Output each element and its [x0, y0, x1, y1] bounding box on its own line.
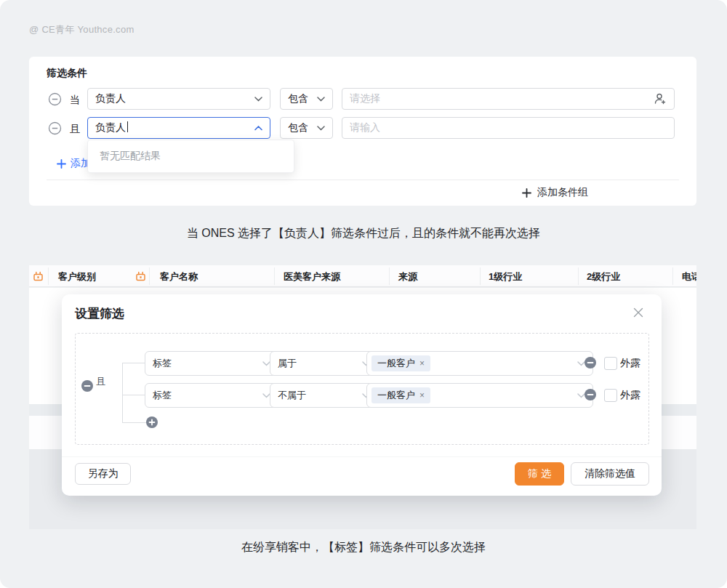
- column-header[interactable]: 客户级别: [58, 270, 96, 283]
- add-condition-group-button[interactable]: 添加条件组: [522, 186, 588, 199]
- column-header[interactable]: 1级行业: [489, 270, 522, 283]
- modal-title: 设置筛选: [75, 305, 124, 322]
- column-header[interactable]: 医美客户来源: [284, 270, 340, 283]
- value-select-input[interactable]: 请选择: [342, 88, 675, 110]
- ones-filter-panel: 筛选条件 当 负责人 包含 请选择 且 负责人 包含: [29, 57, 696, 206]
- table-header: 客户级别 客户名称 医美客户来源 来源 1级行业 2级行业 电话: [29, 265, 696, 287]
- expose-checkbox[interactable]: [604, 357, 617, 370]
- divider: [47, 180, 679, 180]
- field-select-value: 负责人: [95, 121, 128, 134]
- operator-select[interactable]: 不属于: [270, 383, 378, 408]
- condition-prefix: 且: [70, 123, 80, 136]
- value-select[interactable]: 一般客户×: [366, 383, 593, 408]
- save-as-button[interactable]: 另存为: [75, 463, 131, 485]
- filter-group-box: 且 标签 属于 一般客户× 外露 标签: [75, 333, 649, 445]
- column-header[interactable]: 2级行业: [587, 270, 620, 283]
- person-add-icon[interactable]: [654, 92, 667, 105]
- column-header[interactable]: 来源: [398, 270, 417, 283]
- minus-icon: [587, 391, 594, 398]
- value-tag: 一般客户×: [371, 355, 430, 371]
- logic-operator-label[interactable]: 且: [96, 375, 105, 388]
- caption-fxiaoke: 在纷享销客中，【标签】筛选条件可以多次选择: [0, 540, 727, 555]
- column-header[interactable]: 客户名称: [160, 270, 198, 283]
- operator-select[interactable]: 属于: [270, 351, 378, 376]
- panel-title: 筛选条件: [47, 67, 87, 80]
- column-header[interactable]: 电话: [682, 270, 696, 283]
- close-icon[interactable]: [630, 305, 646, 321]
- column-separator: [389, 267, 390, 285]
- column-separator: [578, 267, 579, 285]
- save-as-label: 另存为: [88, 467, 119, 480]
- operator-select-value: 不属于: [278, 389, 306, 402]
- minus-icon: [587, 359, 594, 366]
- chevron-up-icon: [254, 126, 262, 131]
- column-separator: [149, 267, 150, 285]
- filter-label: 筛 选: [528, 467, 551, 480]
- tag-remove-icon[interactable]: ×: [419, 358, 425, 368]
- operator-select-value: 包含: [288, 92, 308, 105]
- field-select-value: 标签: [153, 389, 172, 402]
- remove-row-button[interactable]: [585, 389, 596, 400]
- chevron-down-icon: [317, 126, 325, 131]
- column-separator: [274, 267, 275, 285]
- add-row-button[interactable]: [146, 416, 158, 428]
- condition-prefix: 当: [70, 94, 80, 107]
- minus-icon: [84, 382, 91, 390]
- lock-column-icon[interactable]: [135, 270, 146, 284]
- expose-label: 外露: [620, 389, 640, 402]
- column-separator: [672, 267, 673, 285]
- filter-button[interactable]: 筛 选: [515, 462, 564, 486]
- lock-column-icon[interactable]: [33, 270, 44, 284]
- minus-circle-icon: [48, 121, 62, 135]
- clear-filter-button[interactable]: 清除筛选值: [571, 462, 649, 486]
- tag-remove-icon[interactable]: ×: [419, 390, 425, 400]
- field-select-focused[interactable]: 负责人: [87, 117, 270, 139]
- select-dropdown-panel: 暂无匹配结果: [87, 140, 294, 173]
- field-select[interactable]: 标签: [145, 383, 278, 408]
- modal-footer-divider: [62, 456, 662, 457]
- tree-connector: [122, 363, 145, 363]
- value-text-input[interactable]: 请输入: [342, 117, 675, 139]
- field-select[interactable]: 负责人: [87, 88, 270, 110]
- remove-condition-icon[interactable]: [47, 121, 62, 135]
- operator-select[interactable]: 包含: [280, 117, 333, 139]
- column-separator: [480, 267, 481, 285]
- value-placeholder: 请输入: [350, 121, 380, 134]
- empty-result-text: 暂无匹配结果: [100, 150, 161, 163]
- value-placeholder: 请选择: [350, 92, 380, 105]
- minus-circle-icon: [48, 92, 62, 106]
- filter-settings-modal: 设置筛选 且 标签 属于 一般客户×: [62, 294, 662, 496]
- clear-filter-label: 清除筛选值: [585, 467, 635, 480]
- plus-icon: [57, 159, 66, 169]
- plus-icon: [522, 188, 531, 198]
- column-separator: [48, 267, 49, 285]
- operator-select-value: 包含: [288, 121, 308, 134]
- chevron-down-icon: [254, 97, 262, 102]
- watermark: @ CE青年 Youthce.com: [29, 23, 134, 36]
- field-select-value: 标签: [153, 357, 172, 370]
- add-condition-group-label: 添加条件组: [537, 186, 588, 199]
- remove-group-button[interactable]: [81, 380, 93, 392]
- remove-condition-icon[interactable]: [47, 92, 62, 106]
- text-caret: [127, 121, 128, 132]
- page: @ CE青年 Youthce.com 筛选条件 当 负责人 包含 请选择 且 负…: [0, 0, 727, 588]
- value-select[interactable]: 一般客户×: [366, 351, 593, 376]
- expose-label: 外露: [620, 357, 640, 370]
- operator-select-value: 属于: [278, 357, 297, 370]
- remove-row-button[interactable]: [585, 357, 596, 368]
- tree-connector: [122, 395, 145, 395]
- chevron-down-icon: [317, 97, 325, 102]
- plus-icon: [148, 419, 156, 426]
- operator-select[interactable]: 包含: [280, 88, 333, 110]
- tree-connector: [122, 363, 123, 422]
- value-tag: 一般客户×: [371, 387, 430, 403]
- expose-checkbox[interactable]: [604, 389, 617, 402]
- field-select[interactable]: 标签: [145, 351, 278, 376]
- caption-ones: 当 ONES 选择了【负责人】筛选条件过后，且的条件就不能再次选择: [0, 226, 727, 241]
- field-select-value: 负责人: [95, 92, 126, 105]
